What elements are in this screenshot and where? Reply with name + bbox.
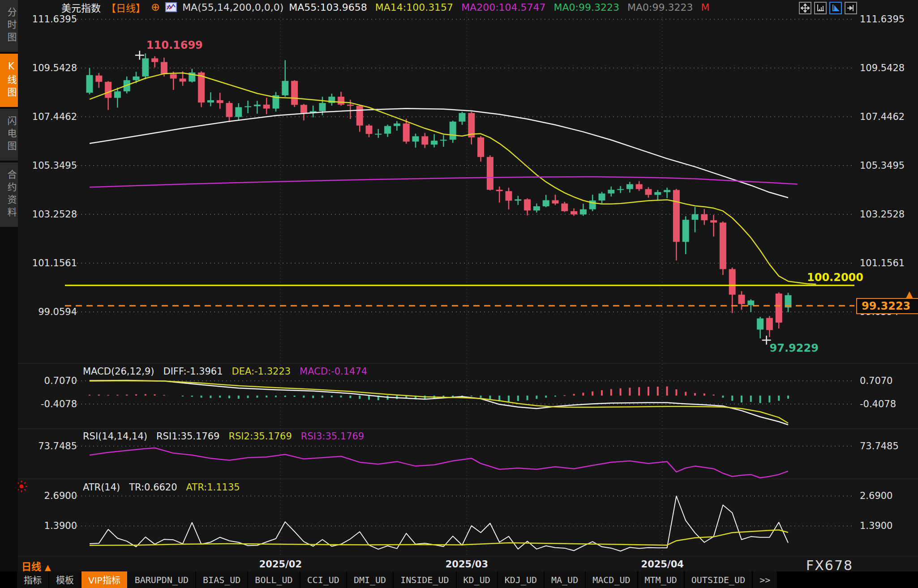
move-crosshair-icon[interactable] [799,2,811,14]
svg-text:105.3495: 105.3495 [860,160,905,171]
toolbar-item-15[interactable]: >> [753,571,777,588]
svg-text:1.3900: 1.3900 [860,520,892,531]
toolbar-item-1[interactable]: 模板 [49,571,81,588]
sidebar: 分时图K线图闪电图合约资料 [0,0,18,588]
svg-text:2.6900: 2.6900 [44,490,77,501]
svg-text:111.6395: 111.6395 [32,14,77,25]
ma-value: MA55:103.9658 [289,2,367,13]
sidebar-item-2[interactable]: 闪电图 [0,109,18,161]
atr-readout: ATR(14) [83,482,120,493]
rsi-readout: RSI2:35.1769 [228,431,292,442]
ma-value: MA0:99.3223 [554,2,619,13]
svg-text:111.6395: 111.6395 [860,14,905,25]
sidebar-item-1[interactable]: K线图 [0,54,18,107]
svg-text:-0.4078: -0.4078 [860,399,896,409]
timeframe-label: 日线 [21,561,41,572]
svg-text:-0.4078: -0.4078 [41,399,77,409]
chart-toolbar-icons [799,2,857,14]
indicator-toolbar: 指标模板VIP指标BARUPDN_UDBIAS_UDBOLL_UDCCI_UDD… [0,571,918,588]
ma-value: MA14:100.3157 [375,2,453,13]
svg-text:103.2528: 103.2528 [860,209,905,220]
circle-plus-icon[interactable]: ⊕ [151,2,160,12]
macd-readout: MACD:-0.1474 [300,366,367,377]
svg-text:107.4462: 107.4462 [32,111,77,122]
toolbar-item-6[interactable]: CCI_UD [300,571,346,588]
svg-text:107.4462: 107.4462 [860,111,905,122]
toolbar-item-14[interactable]: OUTSIDE_UD [685,571,752,588]
svg-text:2.6900: 2.6900 [860,490,892,501]
ma-value: M [701,2,709,13]
sidebar-item-0[interactable]: 分时图 [0,0,18,52]
svg-text:0.7070: 0.7070 [44,375,77,386]
toolbar-item-2[interactable]: VIP指标 [82,571,127,588]
toolbar-item-13[interactable]: MTM_UD [638,571,684,588]
toolbar-item-5[interactable]: BOLL_UD [248,571,299,588]
current-price-tag: 99.3223 [856,298,918,314]
toolbar-item-11[interactable]: MA_UD [545,571,585,588]
trading-app: 2025/022025/032025/04111.6395111.6395109… [0,0,918,588]
svg-text:105.3495: 105.3495 [32,160,77,171]
period-tag[interactable]: 【日线】 [106,0,146,14]
toolbar-item-7[interactable]: DMI_UD [347,571,393,588]
macd-readout: MACD(26,12,9) [83,366,154,377]
svg-text:97.9229: 97.9229 [770,342,819,354]
svg-text:109.5428: 109.5428 [860,63,905,73]
symbol-name: 美元指数 [61,0,101,14]
mini-chart-icon[interactable] [165,2,177,12]
ma-values: MA55:103.9658MA14:100.3157MA200:104.5747… [289,2,709,13]
svg-text:99.0594: 99.0594 [38,307,77,317]
axis-scale-active-icon[interactable] [829,2,842,14]
rsi-readout: RSI(14,14,14) [83,431,147,442]
macd-readout: DIFF:-1.3961 [163,366,223,377]
rsi-readout: RSI3:35.1769 [301,431,364,442]
toolbar-item-9[interactable]: KD_UD [457,571,497,588]
collapse-panel-icon[interactable] [845,2,857,14]
timeframe-arrow-icon: ▲ [45,562,51,572]
sidebar-item-3[interactable]: 合约资料 [0,162,18,227]
svg-text:73.7485: 73.7485 [38,441,77,452]
toolbar-item-3[interactable]: BARUPDN_UD [128,571,195,588]
svg-text:1.3900: 1.3900 [44,520,77,531]
svg-text:100.2000: 100.2000 [807,271,863,284]
svg-text:109.5428: 109.5428 [32,63,77,73]
ma-value: MA0:99.3223 [627,2,693,13]
svg-text:2025/03: 2025/03 [446,559,488,570]
svg-text:110.1699: 110.1699 [146,39,203,51]
atr-readout: TR:0.6620 [129,482,177,493]
chart-canvas[interactable]: 2025/022025/032025/04111.6395111.6395109… [0,0,918,588]
chart-header: 美元指数 【日线】 ⊕ MA(55,14,200,0,0,0) MA55:103… [61,0,709,14]
svg-text:103.2528: 103.2528 [32,209,77,220]
svg-text:101.1561: 101.1561 [32,258,77,268]
rsi-readout: RSI1:35.1769 [156,431,219,442]
brand-watermark: FX678 [806,558,853,573]
atr-panel-header: ATR(14)TR:0.6620ATR:1.1135 [83,482,240,493]
toolbar-item-8[interactable]: INSIDE_UD [394,571,455,588]
rsi-panel-header: RSI(14,14,14)RSI1:35.1769RSI2:35.1769RSI… [83,431,364,442]
ma-settings: MA(55,14,200,0,0,0) [182,2,283,13]
toolbar-item-4[interactable]: BIAS_UD [196,571,247,588]
svg-text:2025/02: 2025/02 [259,559,302,570]
toolbar-item-0[interactable]: 指标 [17,571,48,588]
toolbar-item-12[interactable]: MACD_UD [586,571,637,588]
toolbar-item-10[interactable]: KDJ_UD [498,571,544,588]
svg-text:2025/04: 2025/04 [641,559,684,570]
svg-text:101.1561: 101.1561 [860,258,905,268]
atr-readout: ATR:1.1135 [186,482,240,493]
axis-scale-icon[interactable] [814,2,827,14]
svg-text:0.7070: 0.7070 [860,375,892,386]
macd-panel-header: MACD(26,12,9)DIFF:-1.3961DEA:-1.3223MACD… [83,366,367,377]
ma-value: MA200:104.5747 [461,2,545,13]
macd-readout: DEA:-1.3223 [232,366,291,377]
timeframe-selector[interactable]: 日线 ▲ [21,558,51,573]
svg-text:73.7485: 73.7485 [860,441,899,452]
